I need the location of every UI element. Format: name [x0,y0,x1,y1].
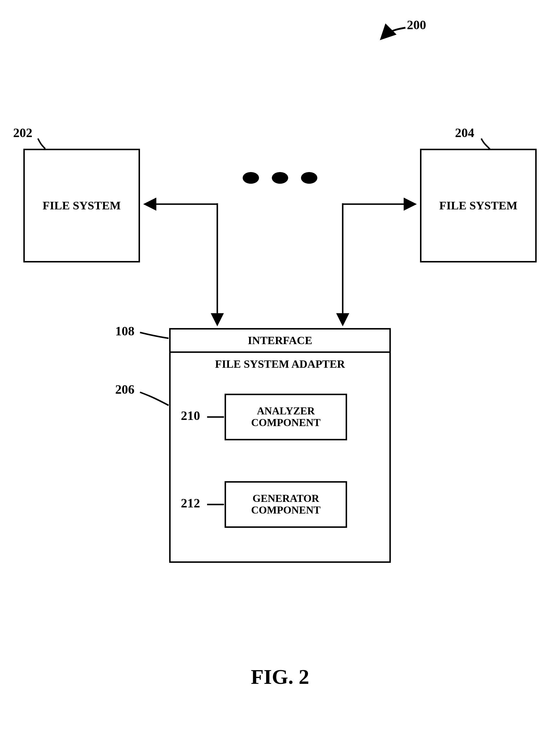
leader-206 [140,392,169,405]
file-system-right-box: FILE SYSTEM [420,149,537,263]
leader-108 [140,333,169,338]
interface-box: INTERFACE [169,328,391,353]
ref-108: 108 [115,324,134,339]
ref-204: 204 [455,125,474,140]
generator-box: GENERATOR COMPONENT [225,481,347,528]
generator-label: GENERATOR COMPONENT [226,493,346,516]
file-system-adapter-box: FILE SYSTEM ADAPTER [169,353,391,563]
file-system-left-label: FILE SYSTEM [25,199,139,212]
ellipsis-dot-icon [243,172,259,184]
analyzer-label: ANALYZER COMPONENT [226,405,346,428]
ref-206: 206 [115,382,134,397]
ellipsis-dot-icon [272,172,288,184]
leader-202 [38,139,45,149]
leader-204 [481,139,490,149]
analyzer-box: ANALYZER COMPONENT [225,394,347,440]
file-system-right-label: FILE SYSTEM [421,199,535,212]
ellipsis-dot-icon [301,172,317,184]
figure-ref-number: 200 [407,18,426,32]
file-system-adapter-label: FILE SYSTEM ADAPTER [171,358,389,370]
file-system-left-box: FILE SYSTEM [23,149,140,263]
swoosh-arrow-icon [382,28,405,38]
ref-212: 212 [181,496,200,511]
interface-label: INTERFACE [171,335,389,347]
figure-caption: FIG. 2 [0,665,560,689]
diagram-canvas: 200 202 FILE SYSTEM 204 FILE SYSTEM 108 … [0,0,560,734]
ref-210: 210 [181,408,200,423]
ref-202: 202 [13,125,32,140]
